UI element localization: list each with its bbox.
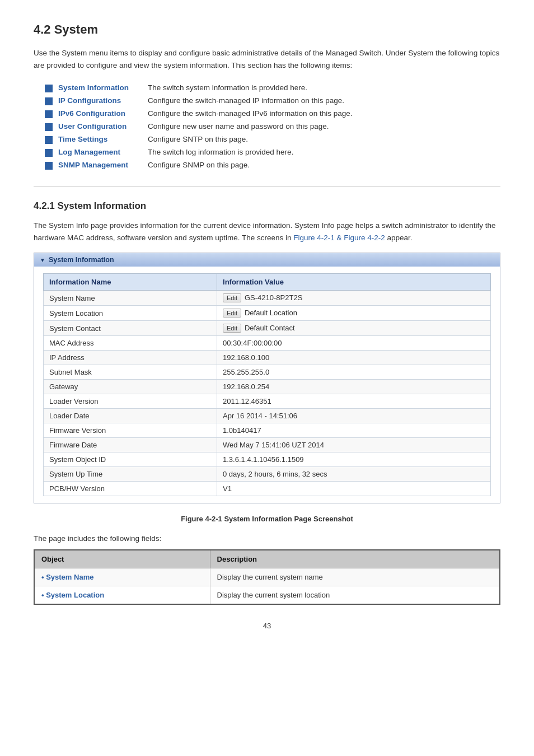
- info-value-cell: Apr 16 2014 - 14:51:06: [217, 409, 491, 423]
- edit-button[interactable]: Edit: [223, 324, 241, 333]
- info-value-text: V1: [223, 484, 232, 493]
- menu-item: Time Settings Configure SNTP on this pag…: [45, 135, 500, 144]
- info-value-text: 255.255.255.0: [223, 368, 269, 376]
- menu-item-label[interactable]: System Information: [58, 83, 148, 92]
- info-name-cell: PCB/HW Version: [44, 482, 217, 496]
- info-value-text: GS-4210-8P2T2S: [245, 293, 302, 302]
- panel-collapse-arrow[interactable]: ▼: [40, 257, 45, 263]
- menu-item-label[interactable]: Log Management: [58, 148, 148, 156]
- menu-item-label[interactable]: SNMP Management: [58, 161, 148, 169]
- menu-icon: [45, 123, 53, 131]
- fields-col2-header: Description: [210, 550, 500, 568]
- info-value-text: Apr 16 2014 - 14:51:06: [223, 412, 297, 420]
- menu-icon: [45, 110, 53, 118]
- info-value-text: Wed May 7 15:41:06 UZT 2014: [223, 441, 324, 449]
- info-value-cell: 00:30:4F:00:00:00: [217, 336, 491, 351]
- figure-caption-text: Figure 4-2-1 System Information Page Scr…: [181, 515, 353, 523]
- subsection-intro-text1: The System Info page provides informatio…: [34, 221, 495, 242]
- table-row: PCB/HW VersionV1: [44, 482, 491, 496]
- menu-item-desc: Configure SNTP on this page.: [148, 135, 248, 143]
- info-value-text: 1.3.6.1.4.1.10456.1.1509: [223, 455, 304, 464]
- menu-item: User Configuration Configure new user na…: [45, 122, 500, 131]
- info-value-text: Default Contact: [245, 324, 295, 332]
- info-name-cell: Firmware Date: [44, 438, 217, 452]
- subsection-title: 4.2.1 System Information: [34, 200, 500, 212]
- info-value-cell: 2011.12.46351: [217, 394, 491, 409]
- menu-item-desc: Configure new user name and password on …: [148, 122, 329, 130]
- table-row: System Object ID1.3.6.1.4.1.10456.1.1509: [44, 452, 491, 467]
- table-row: IP Address192.168.0.100: [44, 351, 491, 365]
- info-name-cell: Loader Version: [44, 394, 217, 409]
- fields-col1-header: Object: [34, 550, 210, 568]
- menu-item-label[interactable]: IPv6 Configuration: [58, 109, 148, 118]
- info-name-cell: Firmware Version: [44, 423, 217, 438]
- menu-icon: [45, 149, 53, 157]
- menu-item-label[interactable]: Time Settings: [58, 135, 148, 143]
- info-value-cell: 1.0b140417: [217, 423, 491, 438]
- menu-item: SNMP Management Configure SNMP on this p…: [45, 161, 500, 170]
- edit-button[interactable]: Edit: [223, 309, 241, 318]
- info-value-cell: 255.255.255.0: [217, 365, 491, 380]
- info-value-cell: V1: [217, 482, 491, 496]
- info-name-cell: MAC Address: [44, 336, 217, 351]
- figure-link[interactable]: Figure 4-2-1 & Figure 4-2-2: [293, 234, 385, 242]
- info-value-text: 1.0b140417: [223, 426, 261, 435]
- info-name-cell: Gateway: [44, 380, 217, 394]
- page-number: 43: [34, 622, 500, 630]
- table-row: • System LocationDisplay the current sys…: [34, 586, 500, 605]
- menu-item-desc: The switch log information is provided h…: [148, 148, 293, 156]
- section-title: 4.2 System: [34, 22, 500, 37]
- menu-item-desc: Configure the switch-managed IPv6 inform…: [148, 109, 352, 118]
- fields-table: Object Description • System NameDisplay …: [34, 549, 500, 605]
- subsection-intro-text2: appear.: [385, 234, 413, 242]
- panel-title: System Information: [49, 256, 114, 264]
- fields-intro: The page includes the following fields:: [34, 534, 500, 543]
- info-value-text: 00:30:4F:00:00:00: [223, 339, 282, 347]
- edit-button[interactable]: Edit: [223, 293, 241, 302]
- figure-caption: Figure 4-2-1 System Information Page Scr…: [34, 515, 500, 523]
- menu-item-desc: The switch system information is provide…: [148, 83, 307, 92]
- info-value-text: 192.168.0.254: [223, 382, 269, 391]
- info-value-text: Default Location: [245, 309, 297, 317]
- table-row: System Up Time0 days, 2 hours, 6 mins, 3…: [44, 467, 491, 482]
- table-row: MAC Address00:30:4F:00:00:00: [44, 336, 491, 351]
- info-name-cell: System Up Time: [44, 467, 217, 482]
- system-info-panel: ▼ System Information Information Name In…: [34, 253, 500, 503]
- info-value-cell: EditGS-4210-8P2T2S: [217, 291, 491, 306]
- info-name-cell: Subnet Mask: [44, 365, 217, 380]
- info-value-text: 2011.12.46351: [223, 397, 271, 405]
- info-value-cell: 1.3.6.1.4.1.10456.1.1509: [217, 452, 491, 467]
- info-name-cell: System Object ID: [44, 452, 217, 467]
- info-col1-header: Information Name: [44, 274, 217, 291]
- info-value-text: 0 days, 2 hours, 6 mins, 32 secs: [223, 470, 327, 478]
- menu-icon: [45, 85, 53, 92]
- table-row: • System NameDisplay the current system …: [34, 568, 500, 586]
- menu-item: Log Management The switch log informatio…: [45, 148, 500, 157]
- fields-desc-cell: Display the current system location: [210, 586, 500, 605]
- info-col2-header: Information Value: [217, 274, 491, 291]
- info-value-cell: EditDefault Location: [217, 306, 491, 321]
- info-value-text: 192.168.0.100: [223, 353, 269, 362]
- menu-item: IP Configurations Configure the switch-m…: [45, 96, 500, 105]
- panel-body: Information Name Information Value Syste…: [34, 267, 500, 503]
- table-row: Subnet Mask255.255.255.0: [44, 365, 491, 380]
- table-row: Loader DateApr 16 2014 - 14:51:06: [44, 409, 491, 423]
- subsection-intro: The System Info page provides informatio…: [34, 220, 500, 244]
- menu-item-desc: Configure SNMP on this page.: [148, 161, 250, 169]
- menu-icon: [45, 97, 53, 105]
- panel-header: ▼ System Information: [34, 253, 500, 267]
- table-row: Gateway192.168.0.254: [44, 380, 491, 394]
- info-value-cell: 192.168.0.254: [217, 380, 491, 394]
- menu-list: System Information The switch system inf…: [34, 83, 500, 170]
- info-name-cell: System Contact: [44, 321, 217, 336]
- menu-item-label[interactable]: IP Configurations: [58, 96, 148, 105]
- table-row: System ContactEditDefault Contact: [44, 321, 491, 336]
- table-row: System NameEditGS-4210-8P2T2S: [44, 291, 491, 306]
- table-row: Firmware DateWed May 7 15:41:06 UZT 2014: [44, 438, 491, 452]
- info-value-cell: 192.168.0.100: [217, 351, 491, 365]
- info-value-cell: EditDefault Contact: [217, 321, 491, 336]
- fields-object-cell: • System Location: [34, 586, 210, 605]
- menu-item-label[interactable]: User Configuration: [58, 122, 148, 130]
- table-row: Firmware Version1.0b140417: [44, 423, 491, 438]
- menu-icon: [45, 162, 53, 170]
